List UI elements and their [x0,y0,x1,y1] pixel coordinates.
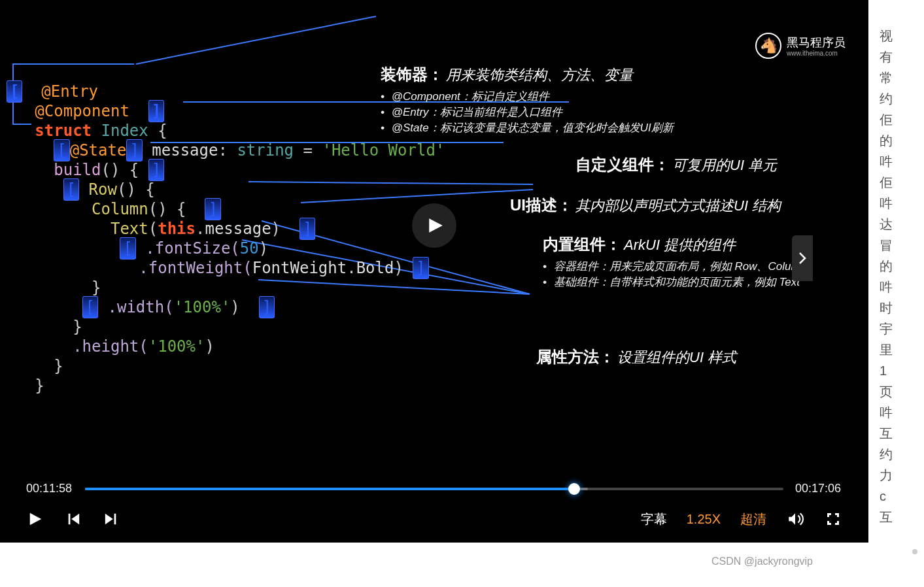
anno-custom: 自定义组件：可复用的UI 单元 [575,154,777,175]
sidebar-expand-button[interactable] [792,235,813,281]
fullscreen-icon [825,511,841,527]
sidebar-frag: 佢 [880,173,919,192]
sidebar-frag: 佢 [880,110,919,129]
sidebar-frag: 1 [880,361,919,380]
quality-button[interactable]: 超清 [740,511,766,528]
sidebar-frag: 互 [880,507,919,527]
control-bar: 00:11:58 00:17:06 字幕 [0,470,868,543]
sidebar-frag: 的 [880,256,919,276]
sidebar-frag: 冒 [880,235,919,255]
sidebar-frag: 约 [880,89,919,109]
right-sidebar: 视有常约佢的吽佢吽达冒的吽时宇里1页吽互约力c互 [880,26,919,528]
time-current: 00:11:58 [26,482,73,495]
sidebar-frag: 吽 [880,152,919,171]
sidebar-frag: 吽 [880,193,919,213]
sidebar-frag: 常 [880,68,919,88]
svg-line-0 [136,16,376,64]
next-icon [104,512,118,526]
brand-logo: 🐴 黑马程序员 www.itheima.com [755,33,846,59]
sidebar-frag: 吽 [880,277,919,297]
sidebar-frag: 有 [880,47,919,67]
anno-decorator: 装饰器：用来装饰类结构、方法、变量 @Component：标记自定义组件 @En… [381,64,674,136]
chevron-right-icon [798,252,806,265]
video-content: 🐴 黑马程序员 www.itheima.com [ @Entry @Compon… [0,0,868,451]
play-icon [28,511,43,527]
subtitle-button[interactable]: 字幕 [641,511,667,528]
logo-icon: 🐴 [755,33,781,59]
sidebar-frag: 里 [880,340,919,360]
sidebar-frag: 宇 [880,319,919,339]
sidebar-frag: 视 [880,26,919,46]
code-block: [ @Entry @Component ] struct Index { [@S… [7,62,445,415]
sidebar-frag: 页 [880,382,919,401]
sidebar-frag: c [880,486,919,506]
sidebar-frag: 互 [880,424,919,443]
watermark: CSDN @jackyrongvip [711,556,813,567]
sidebar-frag: 约 [880,444,919,464]
timeline-row: 00:11:58 00:17:06 [26,482,842,495]
fullscreen-button[interactable] [824,510,842,528]
sidebar-frag: 时 [880,298,919,318]
sidebar-frag: 吽 [880,403,919,422]
logo-sub: www.itheima.com [787,50,846,57]
play-button[interactable] [26,510,44,528]
time-duration: 00:17:06 [795,482,842,495]
anno-builtin: 内置组件：ArkUI 提供的组件 容器组件：用来完成页面布局，例如 Row、Co… [543,234,806,290]
progress-bar [85,488,574,490]
sidebar-frag: 的 [880,131,919,150]
volume-icon [787,511,804,528]
anno-uidesc: UI描述：其内部以声明式方式描述UI 结构 [510,195,781,216]
logo-name: 黑马程序员 [787,35,846,50]
sidebar-frag: 力 [880,465,919,485]
prev-icon [66,512,80,526]
speed-button[interactable]: 1.25X [687,512,721,527]
video-player: 🐴 黑马程序员 www.itheima.com [ @Entry @Compon… [0,0,868,543]
volume-button[interactable] [786,510,804,528]
anno-attr: 属性方法：设置组件的UI 样式 [536,346,736,367]
play-overlay-button[interactable] [412,203,456,248]
prev-button[interactable] [64,510,82,528]
progress-track[interactable] [85,488,783,490]
sidebar-frag: 达 [880,214,919,234]
next-button[interactable] [102,510,120,528]
progress-thumb[interactable] [568,483,580,495]
scroll-indicator [912,549,917,554]
play-icon [427,216,444,235]
